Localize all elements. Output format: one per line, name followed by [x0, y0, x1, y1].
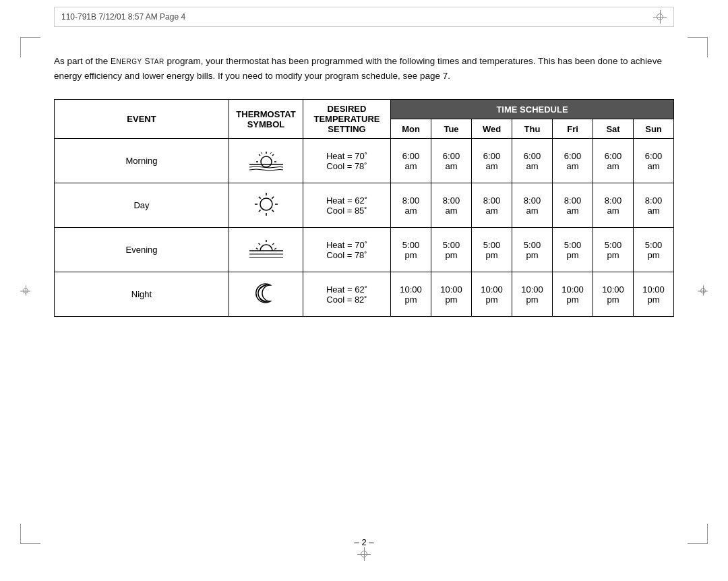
sat-evening: 5:00pm: [593, 228, 634, 272]
tue-evening: 5:00pm: [431, 228, 472, 272]
mon-night: 10:00pm: [391, 272, 431, 317]
bottom-crosshair: [357, 547, 371, 561]
header-crosshair: [653, 10, 667, 24]
tue-morning: 6:00am: [431, 139, 472, 183]
sun-morning: 6:00am: [634, 139, 674, 183]
col-sun-header: Sun: [634, 119, 674, 139]
table-row: Day: [55, 183, 674, 228]
svg-point-9: [260, 198, 272, 210]
col-mon-header: Mon: [391, 119, 431, 139]
time-schedule-header: TIME SCHEDULE: [391, 100, 674, 119]
svg-line-16: [272, 210, 274, 212]
main-content: As part of the ENERGY STAR program, your…: [54, 54, 674, 317]
svg-line-7: [270, 152, 272, 154]
col-desired-header: DESIRED TEMPERATURE SETTING: [303, 100, 391, 139]
sat-day: 8:00am: [593, 183, 634, 228]
thu-day: 8:00am: [512, 183, 553, 228]
header-text: 110-791B 7/12/01 8:57 AM Page 4: [61, 12, 640, 22]
temp-night: Heat = 62˚Cool = 82˚: [303, 272, 391, 317]
svg-line-26: [274, 248, 276, 249]
col-thermostat-header: THERMOSTAT SYMBOL: [229, 100, 303, 139]
temp-day: Heat = 62˚Cool = 85˚: [303, 183, 391, 228]
svg-point-1: [261, 156, 272, 167]
col-tue-header: Tue: [431, 119, 472, 139]
thu-morning: 6:00am: [512, 139, 553, 183]
col-fri-header: Fri: [553, 119, 593, 139]
thu-evening: 5:00pm: [512, 228, 553, 272]
svg-line-3: [272, 154, 274, 156]
svg-line-17: [258, 197, 260, 199]
page-container: 110-791B 7/12/01 8:57 AM Page 4 As part …: [0, 0, 728, 581]
fri-evening: 5:00pm: [553, 228, 593, 272]
page-number: – 2 –: [355, 537, 374, 547]
sat-morning: 6:00am: [593, 139, 634, 183]
thu-night: 10:00pm: [512, 272, 553, 317]
col-sat-header: Sat: [593, 119, 634, 139]
fri-day: 8:00am: [553, 183, 593, 228]
reg-mark-bl: [20, 524, 40, 544]
mon-day: 8:00am: [391, 183, 431, 228]
fri-night: 10:00pm: [553, 272, 593, 317]
intro-text1: As part of the: [54, 56, 111, 66]
brand-name: ENERGY STAR: [111, 57, 164, 66]
svg-line-27: [256, 248, 258, 249]
wed-day: 8:00am: [472, 183, 512, 228]
event-night: Night: [55, 272, 229, 317]
wed-morning: 6:00am: [472, 139, 512, 183]
reg-mark-br: [688, 524, 708, 544]
tue-day: 8:00am: [431, 183, 472, 228]
schedule-table: EVENT THERMOSTAT SYMBOL DESIRED TEMPERAT…: [54, 99, 674, 317]
sun-day: 8:00am: [634, 183, 674, 228]
table-row: Evening: [55, 228, 674, 272]
reg-mark-tr: [688, 37, 708, 57]
col-event-header: EVENT: [55, 100, 229, 139]
temp-evening: Heat = 70˚Cool = 78˚: [303, 228, 391, 272]
wed-evening: 5:00pm: [472, 228, 512, 272]
wed-night: 10:00pm: [472, 272, 512, 317]
fri-morning: 6:00am: [553, 139, 593, 183]
svg-line-24: [272, 243, 274, 245]
temp-morning: Heat = 70˚Cool = 78˚: [303, 139, 391, 183]
svg-line-25: [258, 243, 260, 245]
symbol-day: [229, 183, 303, 228]
table-row: Night Heat = 62˚Cool = 82˚ 10:00pm 10:: [55, 272, 674, 317]
left-side-mark: [20, 286, 30, 296]
right-side-mark: [698, 286, 708, 296]
event-evening: Evening: [55, 228, 229, 272]
intro-paragraph: As part of the ENERGY STAR program, your…: [54, 54, 674, 83]
event-morning: Morning: [55, 139, 229, 183]
event-day: Day: [55, 183, 229, 228]
col-wed-header: Wed: [472, 119, 512, 139]
tue-night: 10:00pm: [431, 272, 472, 317]
symbol-morning: [229, 139, 303, 183]
col-thu-header: Thu: [512, 119, 553, 139]
svg-line-4: [259, 154, 260, 156]
sat-night: 10:00pm: [593, 272, 634, 317]
svg-line-8: [261, 152, 262, 154]
mon-morning: 6:00am: [391, 139, 431, 183]
symbol-night: [229, 272, 303, 317]
symbol-evening: [229, 228, 303, 272]
sun-evening: 5:00pm: [634, 228, 674, 272]
table-row: Morning: [55, 139, 674, 183]
reg-mark-tl: [20, 37, 40, 57]
svg-line-14: [272, 197, 274, 199]
header-bar: 110-791B 7/12/01 8:57 AM Page 4: [54, 7, 674, 27]
svg-line-15: [258, 210, 260, 212]
sun-night: 10:00pm: [634, 272, 674, 317]
mon-evening: 5:00pm: [391, 228, 431, 272]
